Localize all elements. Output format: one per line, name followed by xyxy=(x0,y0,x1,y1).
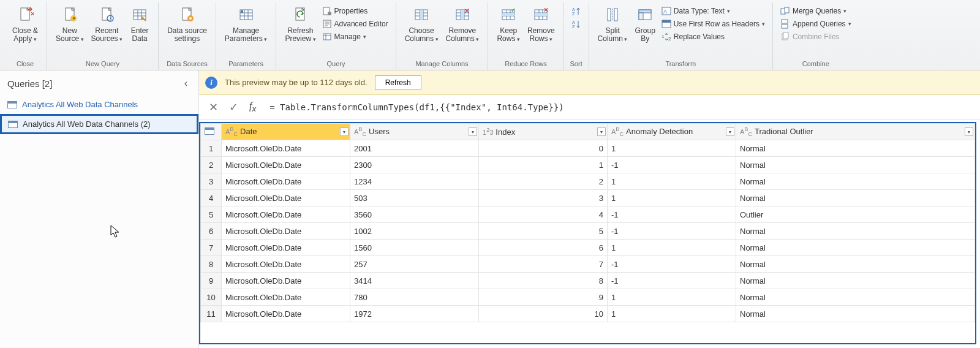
cell[interactable]: 10 xyxy=(479,306,608,322)
row-header[interactable]: 10 xyxy=(201,289,222,306)
cell[interactable]: 1 xyxy=(479,157,608,173)
formula-cancel-icon[interactable]: ✕ xyxy=(205,100,222,114)
cell[interactable]: Microsoft.OleDb.Date xyxy=(222,140,350,157)
cell[interactable]: 7 xyxy=(479,256,608,273)
cell[interactable]: Microsoft.OleDb.Date xyxy=(222,289,350,306)
cell[interactable]: 503 xyxy=(350,190,479,206)
grid-corner[interactable] xyxy=(201,124,222,140)
row-header[interactable]: 3 xyxy=(201,173,222,190)
formula-confirm-icon[interactable]: ✓ xyxy=(225,100,242,114)
cell[interactable]: Normal xyxy=(736,173,975,190)
cell[interactable]: Microsoft.OleDb.Date xyxy=(222,206,350,223)
cell[interactable]: Microsoft.OleDb.Date xyxy=(222,190,350,206)
cell[interactable]: Outlier xyxy=(736,206,975,223)
row-header[interactable]: 11 xyxy=(201,306,222,322)
cell[interactable]: 5 xyxy=(479,223,608,240)
append_q-button[interactable]: Append Queries xyxy=(778,18,854,30)
cell[interactable]: Microsoft.OleDb.Date xyxy=(222,173,350,190)
column-header-anomaly-detection[interactable]: ABCAnomaly Detection▼ xyxy=(608,124,736,140)
filter-dropdown-icon[interactable]: ▼ xyxy=(965,127,973,136)
cell[interactable]: Microsoft.OleDb.Date xyxy=(222,256,350,273)
choose_cols-button[interactable]: ChooseColumns xyxy=(401,4,442,51)
cell[interactable]: -1 xyxy=(608,157,736,173)
cell[interactable]: 1002 xyxy=(350,223,479,240)
cell[interactable]: Normal xyxy=(736,289,975,306)
query-item[interactable]: Analytics All Web Data Channels xyxy=(0,95,198,114)
column-header-index[interactable]: 123Index▼ xyxy=(479,124,608,140)
cell[interactable]: -1 xyxy=(608,206,736,223)
cell[interactable]: 1 xyxy=(608,289,736,306)
recent_sources-button[interactable]: RecentSources xyxy=(88,4,127,51)
cell[interactable]: -1 xyxy=(608,223,736,240)
cell[interactable]: Microsoft.OleDb.Date xyxy=(222,240,350,256)
cell[interactable]: Microsoft.OleDb.Date xyxy=(222,273,350,289)
collapse-icon[interactable]: ‹ xyxy=(181,77,191,90)
cell[interactable]: Normal xyxy=(736,256,975,273)
cell[interactable]: -1 xyxy=(608,273,736,289)
filter-dropdown-icon[interactable]: ▼ xyxy=(340,127,349,136)
cell[interactable]: 3560 xyxy=(350,206,479,223)
cell[interactable]: 1 xyxy=(608,140,736,157)
query-item[interactable]: Analytics All Web Data Channels (2) xyxy=(0,114,198,134)
row-header[interactable]: 6 xyxy=(201,223,222,240)
cell[interactable]: 1560 xyxy=(350,240,479,256)
cell[interactable]: Microsoft.OleDb.Date xyxy=(222,223,350,240)
row-header[interactable]: 1 xyxy=(201,140,222,157)
cell[interactable]: -1 xyxy=(608,256,736,273)
enter_data-button[interactable]: EnterData xyxy=(126,4,153,51)
filter-dropdown-icon[interactable]: ▼ xyxy=(597,127,606,136)
row-header[interactable]: 4 xyxy=(201,190,222,206)
cell[interactable]: 0 xyxy=(479,140,608,157)
cell[interactable]: 1234 xyxy=(350,173,479,190)
cell[interactable]: 3 xyxy=(479,190,608,206)
row-header[interactable]: 5 xyxy=(201,206,222,223)
merge_q-button[interactable]: Merge Queries xyxy=(778,5,854,17)
cell[interactable]: 8 xyxy=(479,273,608,289)
cell[interactable]: 2001 xyxy=(350,140,479,157)
cell[interactable]: 257 xyxy=(350,256,479,273)
remove_rows-button[interactable]: ✕RemoveRows xyxy=(524,4,559,51)
cell[interactable]: Normal xyxy=(736,240,975,256)
cell[interactable]: 3414 xyxy=(350,273,479,289)
cell[interactable]: 1972 xyxy=(350,306,479,322)
new_source-button[interactable]: ✦NewSource xyxy=(52,4,88,51)
group_by-button[interactable]: GroupBy xyxy=(631,4,658,51)
column-header-users[interactable]: ABCUsers▼ xyxy=(350,124,479,140)
remove_cols-button[interactable]: ✕RemoveColumns xyxy=(442,4,483,51)
cell[interactable]: Normal xyxy=(736,157,975,173)
sort-asc-button[interactable]: AZ xyxy=(569,5,584,17)
first_row_headers-button[interactable]: Use First Row as Headers xyxy=(659,18,767,30)
replace_values-button[interactable]: 12Replace Values xyxy=(659,31,767,43)
data_type-button[interactable]: AData Type: Text xyxy=(659,5,767,17)
split_col-button[interactable]: SplitColumn xyxy=(594,4,631,51)
refresh-preview-button[interactable]: Refresh xyxy=(375,75,421,90)
cell[interactable]: Normal xyxy=(736,223,975,240)
cell[interactable]: 780 xyxy=(350,289,479,306)
row-header[interactable]: 8 xyxy=(201,256,222,273)
ds_settings-button[interactable]: Data sourcesettings xyxy=(164,4,211,51)
cell[interactable]: 9 xyxy=(479,289,608,306)
filter-dropdown-icon[interactable]: ▼ xyxy=(726,127,734,136)
cell[interactable]: Normal xyxy=(736,190,975,206)
cell[interactable]: 1 xyxy=(608,240,736,256)
properties-button[interactable]: Properties xyxy=(320,5,391,17)
manage_params-button[interactable]: ManageParameters xyxy=(221,4,271,51)
cell[interactable]: 4 xyxy=(479,206,608,223)
close_apply-button[interactable]: ✕Close &Apply xyxy=(9,4,42,51)
cell[interactable]: 1 xyxy=(608,173,736,190)
cell[interactable]: 1 xyxy=(608,190,736,206)
cell[interactable]: 6 xyxy=(479,240,608,256)
cell[interactable]: Microsoft.OleDb.Date xyxy=(222,306,350,322)
row-header[interactable]: 7 xyxy=(201,240,222,256)
refresh_preview-button[interactable]: RefreshPreview xyxy=(281,4,319,51)
keep_rows-button[interactable]: ✓KeepRows xyxy=(493,4,524,51)
column-header-tradional-outlier[interactable]: ABCTradional Outlier▼ xyxy=(736,124,975,140)
adv_editor-button[interactable]: Advanced Editor xyxy=(320,18,391,30)
row-header[interactable]: 2 xyxy=(201,157,222,173)
column-header-date[interactable]: ABCDate▼ xyxy=(222,124,350,140)
formula-text[interactable]: = Table.TransformColumnTypes(df1,{{"Inde… xyxy=(263,102,974,112)
cell[interactable]: 2 xyxy=(479,173,608,190)
cell[interactable]: 1 xyxy=(608,306,736,322)
cell[interactable]: Normal xyxy=(736,306,975,322)
cell[interactable]: 2300 xyxy=(350,157,479,173)
